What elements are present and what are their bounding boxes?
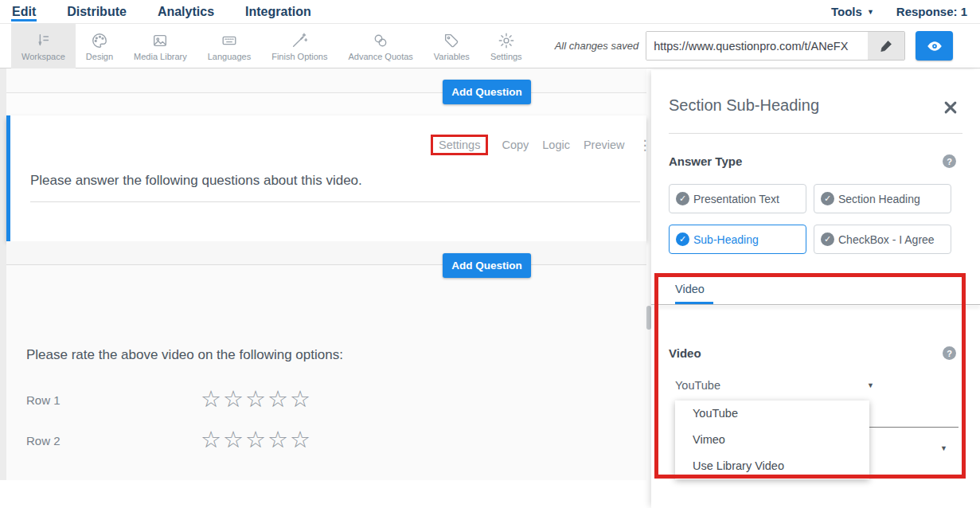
question-settings-button[interactable]: Settings [431,135,488,155]
answer-type-option-label: Sub-Heading [693,233,759,246]
answer-type-label: Answer Type [669,154,742,168]
toolbar-finish-options[interactable]: Finish Options [261,24,338,68]
answer-type-section-heading[interactable]: ✓ Section Heading [814,184,951,213]
editor-toolbar: Workspace Design Media Library Languages [0,24,980,68]
panel-title: Section Sub-Heading [669,96,819,115]
check-circle-icon: ✓ [676,192,689,205]
toolbar-design[interactable]: Design [76,24,123,68]
canvas-section-middle [6,241,646,265]
star-icon[interactable]: ☆ [245,427,267,452]
check-circle-icon: ✓ [821,233,834,246]
star-icon[interactable]: ☆ [245,386,267,412]
question1-divider [30,201,640,202]
caret-down-icon[interactable]: ▼ [940,444,947,452]
toolbar-languages[interactable]: Languages [197,24,261,68]
panel-divider [669,133,962,134]
toolbar-label: Media Library [134,52,187,61]
check-circle-icon: ✓ [676,233,689,246]
star-icon[interactable]: ☆ [223,427,245,452]
dropdown-option-library-video[interactable]: Use Library Video [675,453,869,479]
toolbar-settings[interactable]: Settings [480,24,533,68]
canvas-section-top [6,68,646,93]
star-icon[interactable]: ☆ [290,386,312,412]
magic-wand-icon [291,32,308,49]
rating-row-stars: ☆☆☆☆☆ [201,428,312,451]
top-nav: Edit Distribute Analytics Integration To… [0,0,980,24]
question-preview-button[interactable]: Preview [584,139,625,151]
answer-type-option-label: Presentation Text [693,193,779,205]
tools-label: Tools [831,5,862,18]
gear-icon [498,32,515,49]
check-circle-icon: ✓ [821,192,834,205]
save-status: All changes saved [555,40,639,52]
toolbar-advance-quotas[interactable]: Advance Quotas [338,24,423,68]
video-source-selected-value: YouTube [675,379,720,392]
question-copy-button[interactable]: Copy [502,139,529,151]
star-icon[interactable]: ☆ [201,427,223,452]
toolbar-label: Advance Quotas [348,52,412,61]
edit-url-button[interactable] [868,32,904,60]
help-icon[interactable]: ? [943,346,956,360]
question-logic-button[interactable]: Logic [542,139,570,151]
page-background-strip [0,68,6,480]
star-icon[interactable]: ☆ [290,427,312,452]
settings-panel: Section Sub-Heading Answer Type ? ✓ Pres… [651,70,980,508]
answer-type-checkbox-agree[interactable]: ✓ CheckBox - I Agree [814,225,951,254]
video-source-select[interactable]: YouTube ▼ [675,379,874,392]
nav-analytics[interactable]: Analytics [157,2,215,21]
toolbar-label: Finish Options [271,52,327,61]
survey-url-box [646,31,905,61]
canvas-section-gap [6,93,646,115]
dropdown-option-youtube[interactable]: YouTube [675,401,869,427]
toolbar-label: Variables [434,52,470,61]
answer-type-option-label: Section Heading [838,193,920,205]
keyboard-icon [221,32,238,49]
toolbar-label: Workspace [21,52,65,61]
add-question-button[interactable]: Add Question [443,80,531,104]
response-count[interactable]: Response: 1 [896,5,967,18]
star-icon[interactable]: ☆ [267,427,290,452]
toolbar-label: Languages [208,52,251,61]
nav-integration[interactable]: Integration [244,2,312,21]
palette-icon [91,32,108,49]
eye-icon [926,37,943,55]
star-icon[interactable]: ☆ [267,386,290,412]
video-field-label: Video [669,346,701,360]
video-source-dropdown-menu: YouTube Vimeo Use Library Video [675,401,869,479]
caret-down-icon: ▼ [867,381,874,389]
answer-type-options: ✓ Presentation Text ✓ Section Heading ✓ … [669,184,951,254]
close-panel-button[interactable] [943,100,958,115]
star-icon[interactable]: ☆ [201,386,223,412]
preview-survey-button[interactable] [916,31,953,61]
help-icon[interactable]: ? [943,154,956,168]
nav-distribute[interactable]: Distribute [66,2,127,21]
star-icon[interactable]: ☆ [223,386,245,412]
question-action-menu: Settings Copy Logic Preview ⋮ [431,135,652,155]
toolbar-workspace[interactable]: Workspace [11,24,76,68]
dropdown-option-vimeo[interactable]: Vimeo [675,427,869,453]
answer-type-presentation-text[interactable]: ✓ Presentation Text [669,184,806,213]
toolbar-variables[interactable]: Variables [424,24,480,68]
tab-bar-border [651,304,980,305]
toolbar-media-library[interactable]: Media Library [123,24,197,68]
questionpro-editor: Edit Distribute Analytics Integration To… [0,0,980,508]
kebab-menu-icon[interactable]: ⋮ [638,139,652,152]
add-question-button[interactable]: Add Question [443,253,531,278]
question-card-rating[interactable] [6,265,646,480]
toolbar-label: Design [86,52,113,61]
question2-text[interactable]: Please rate the above video on the follo… [26,347,343,363]
nav-edit[interactable]: Edit [11,2,37,21]
tag-icon [443,32,460,49]
rating-row-label: Row 1 [26,393,61,407]
question1-text[interactable]: Please answer the following questions ab… [30,173,362,189]
pencil-icon [880,39,893,53]
tools-menu[interactable]: Tools ▼ [831,5,874,18]
image-icon [151,32,169,49]
tab-video[interactable]: Video [675,283,705,295]
toolbar-label: Settings [490,52,522,61]
caret-down-icon: ▼ [867,8,874,16]
rating-row-label: Row 2 [26,434,61,447]
answer-type-sub-heading[interactable]: ✓ Sub-Heading [669,225,806,254]
workspace-icon [34,32,52,49]
survey-url-input[interactable] [646,32,868,60]
